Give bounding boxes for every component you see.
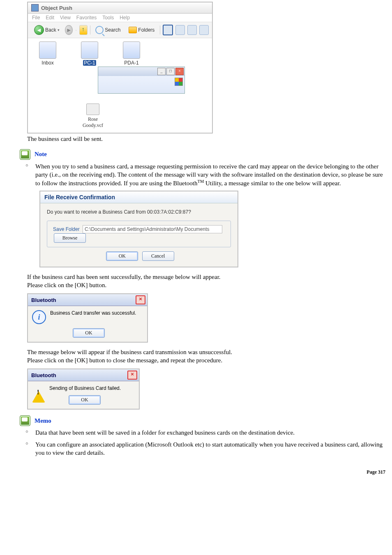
search-label: Search (105, 27, 120, 33)
note-item-1: When you try to send a business card, a … (25, 162, 385, 188)
toolbar-divider (160, 25, 160, 35)
folders-button[interactable]: Folders (126, 25, 157, 35)
pc-icon (81, 41, 98, 59)
separator-icon: · (75, 27, 76, 33)
menu-tools[interactable]: Tools (102, 15, 114, 21)
view-button-1[interactable] (163, 25, 173, 35)
window-title: Object Push (41, 5, 72, 11)
note-label: Note (35, 151, 47, 158)
msgbox-body: i Business Card transfer was successful. (28, 306, 147, 328)
msgbox-body: Sending of Business Card failed. (28, 381, 139, 395)
warning-icon-wrap (32, 385, 45, 391)
msgbox-title: Bluetooth (31, 297, 56, 303)
text-fail-intro-1: The message below will appear if the bus… (27, 348, 385, 357)
view-button-4[interactable] (199, 25, 209, 35)
screenshot-object-push: Object Push File Edit View Favorites Too… (27, 2, 213, 134)
msgbox-button-row: OK (28, 328, 147, 342)
inbox-label: Inbox (34, 60, 62, 66)
memo-item-2: You can configure an associated applicat… (25, 440, 385, 457)
toolbar-divider (90, 25, 90, 35)
msgbox-text: Business Card transfer was successful. (50, 310, 136, 316)
pda1-label: PDA-1 (118, 60, 145, 66)
save-folder-legend: Save Folder (51, 226, 81, 232)
desktop-icon-pda1[interactable]: PDA-1 (118, 41, 145, 66)
back-label: Back (45, 27, 56, 33)
page-num: 317 (378, 469, 385, 475)
vcf-label-line2: Goody.vcf (76, 122, 109, 129)
search-button[interactable]: Search (92, 25, 123, 35)
up-button[interactable] (79, 25, 88, 35)
search-icon (95, 26, 104, 34)
close-icon[interactable]: × (136, 295, 145, 304)
warning-icon (32, 385, 45, 403)
cancel-button[interactable]: Cancel (142, 251, 174, 261)
floating-body (98, 76, 184, 93)
minimize-button[interactable]: _ (157, 68, 166, 75)
desktop-icon-inbox[interactable]: Inbox (34, 41, 62, 66)
page-number: Page 317 (7, 469, 385, 475)
dialog-title: File Receive Confirmation (40, 191, 238, 203)
menu-file[interactable]: File (32, 15, 40, 21)
screenshot-fail-msgbox: Bluetooth × Sending of Business Card fai… (27, 368, 140, 410)
ok-button[interactable]: OK (73, 328, 105, 338)
close-icon[interactable]: × (127, 371, 137, 380)
text-fail-intro-2: Please click on the [OK] button to close… (27, 357, 385, 365)
msgbox-titlebar: Bluetooth × (28, 369, 139, 381)
menubar: File Edit View Favorites Tools Help (28, 14, 212, 22)
trademark-symbol: TM (198, 179, 204, 184)
back-dropdown-icon: ▾ (58, 28, 60, 32)
menu-help[interactable]: Help (120, 15, 130, 21)
memo-list: Data that have been sent will be saved i… (7, 428, 385, 457)
memo-label: Memo (35, 417, 51, 424)
text-success-intro-2: Please click on the [OK] button. (27, 281, 385, 290)
forward-button[interactable]: ► (65, 25, 73, 35)
ok-button[interactable]: OK (106, 251, 138, 261)
msgbox-title: Bluetooth (31, 372, 56, 378)
desktop-icon-pc1[interactable]: PC-1 (76, 41, 104, 66)
floating-titlebar: _ □ × (98, 67, 184, 76)
memo-callout: Memo (20, 415, 385, 426)
pc1-label: PC-1 (83, 60, 96, 66)
screenshot-success-msgbox: Bluetooth × i Business Card transfer was… (27, 293, 148, 343)
view-button-2[interactable] (175, 25, 185, 35)
screenshot-file-receive-dialog: File Receive Confirmation Do you want to… (39, 191, 238, 267)
vcard-icon (86, 104, 99, 115)
folder-icon (129, 27, 137, 33)
memo-icon (20, 415, 30, 426)
text-success-intro-1: If the business card has been sent succe… (27, 273, 385, 281)
save-path-input[interactable]: C:\Documents and Settings\Administrator\… (83, 225, 222, 233)
ok-button[interactable]: OK (69, 395, 101, 405)
maximize-button[interactable]: □ (166, 68, 175, 75)
menu-favorites[interactable]: Favorites (76, 15, 97, 21)
vcf-file-icon[interactable]: Rose Goody.vcf (76, 104, 109, 129)
back-icon: ◄ (34, 25, 44, 35)
vcf-label-line1: Rose (76, 116, 109, 122)
note-icon (20, 149, 30, 160)
folders-label: Folders (138, 27, 154, 33)
msgbox-titlebar: Bluetooth × (28, 294, 147, 306)
page-label: Page (367, 469, 377, 475)
close-button[interactable]: × (175, 68, 184, 75)
toolbar: ◄ Back ▾ ► · Search Folders (28, 22, 212, 38)
note-callout: Note (20, 149, 385, 160)
memo-item-1: Data that have been sent will be saved i… (25, 428, 385, 437)
window-titlebar: Object Push (28, 2, 212, 14)
flag-icon (175, 78, 183, 86)
menu-view[interactable]: View (60, 15, 71, 21)
dialog-question: Do you want to receive a Business Card f… (47, 209, 231, 215)
app-icon (31, 4, 39, 12)
inbox-icon (39, 41, 56, 59)
view-button-3[interactable] (187, 25, 197, 35)
back-button[interactable]: ◄ Back ▾ (31, 24, 62, 36)
folder-content: Inbox PC-1 PDA-1 (28, 38, 212, 67)
info-icon: i (32, 310, 46, 324)
menu-edit[interactable]: Edit (46, 15, 54, 21)
msgbox-text: Sending of Business Card failed. (49, 385, 121, 391)
browse-button[interactable]: Browse (54, 233, 86, 243)
text-business-card-sent: The business card will be sent. (27, 135, 385, 143)
save-folder-fieldset: Save Folder C:\Documents and Settings\Ad… (47, 221, 231, 247)
floating-subwindow: _ □ × (98, 67, 185, 94)
dialog-button-row: OK Cancel (47, 251, 231, 261)
pda-icon (123, 41, 140, 59)
note-list: When you try to send a business card, a … (7, 162, 385, 188)
